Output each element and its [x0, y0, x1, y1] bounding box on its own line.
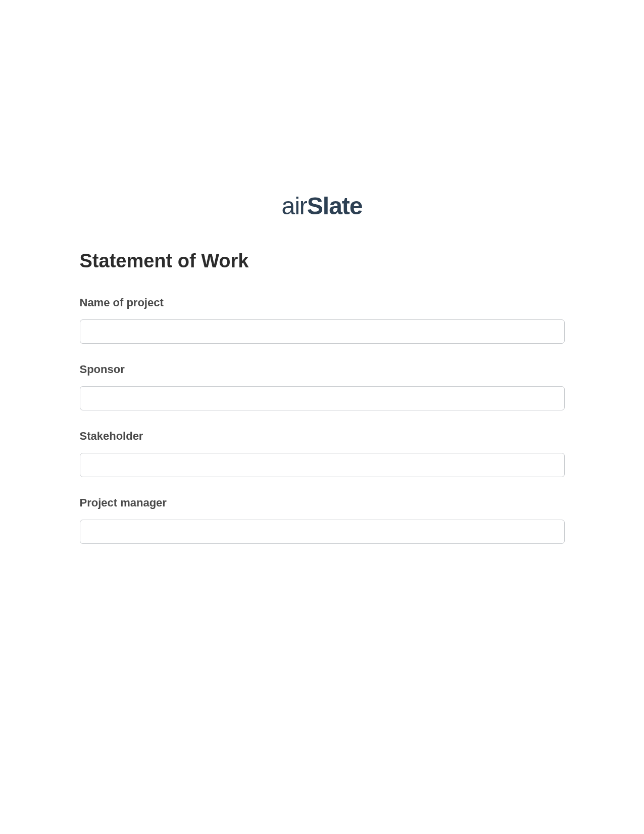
input-project-manager[interactable]: [80, 520, 565, 544]
label-sponsor: Sponsor: [80, 363, 565, 376]
input-name-of-project[interactable]: [80, 319, 565, 344]
field-sponsor: Sponsor: [80, 363, 565, 410]
label-project-manager: Project manager: [80, 496, 565, 509]
logo: airSlate: [80, 192, 565, 220]
label-name-of-project: Name of project: [80, 296, 565, 309]
logo-suffix: Slate: [307, 193, 363, 219]
label-stakeholder: Stakeholder: [80, 430, 565, 443]
field-stakeholder: Stakeholder: [80, 430, 565, 477]
input-stakeholder[interactable]: [80, 453, 565, 477]
logo-prefix: air: [281, 193, 307, 219]
form-container: airSlate Statement of Work Name of proje…: [80, 0, 565, 544]
logo-text: airSlate: [281, 193, 362, 219]
page-title: Statement of Work: [80, 250, 565, 272]
input-sponsor[interactable]: [80, 386, 565, 410]
field-name-of-project: Name of project: [80, 296, 565, 344]
field-project-manager: Project manager: [80, 496, 565, 544]
